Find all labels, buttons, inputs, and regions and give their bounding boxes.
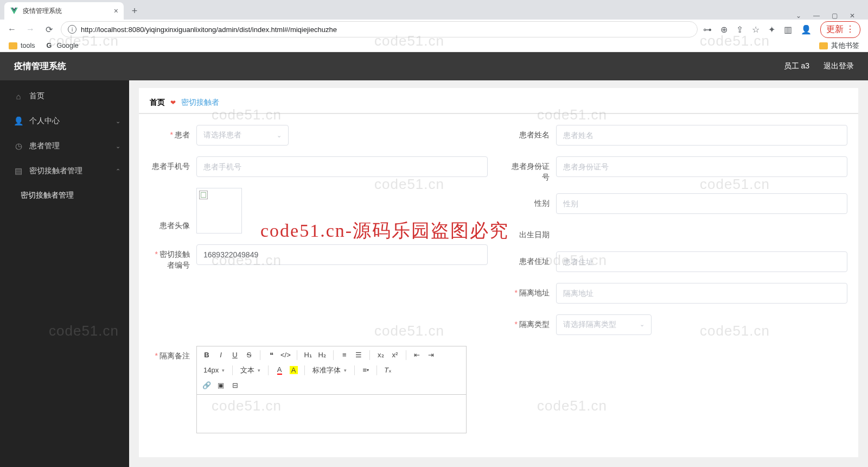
google-icon: G [44, 41, 53, 50]
label-patient-phone: 患者手机号 [150, 156, 196, 172]
sidebar-item-patient[interactable]: ◷ 患者管理 ⌄ [0, 134, 129, 159]
h2-icon[interactable]: H₂ [316, 349, 329, 362]
url-text: http://localhost:8080/yiqingxinxiguanlix… [81, 26, 337, 34]
breadcrumb: 首页 ❤ 密切接触者 [139, 88, 858, 114]
label-contact-no: *密切接触者编号 [150, 244, 196, 270]
breadcrumb-home[interactable]: 首页 [150, 98, 165, 108]
close-tab-icon[interactable]: × [114, 7, 118, 15]
input-patient-idnum[interactable] [556, 156, 847, 177]
input-gender[interactable] [556, 193, 847, 214]
home-icon: ⌂ [14, 92, 23, 100]
broken-image-icon [199, 191, 208, 199]
browser-chrome: 疫情管理系统 × + ⌄ — ▢ ✕ ← → ⟳ i http://localh… [0, 0, 868, 52]
chrome-dropdown-icon[interactable]: ⌄ [796, 12, 801, 20]
app-root: 疫情管理系统 员工 a3 退出登录 ⌂ 首页 👤 个人中心 ⌄ ◷ 患者管理 ⌄… [0, 52, 868, 467]
select-iso-type[interactable]: 请选择隔离类型⌄ [556, 314, 652, 335]
update-button[interactable]: 更新 ⋮ [820, 21, 860, 38]
input-patient-name[interactable] [556, 125, 847, 146]
superscript-icon[interactable]: x² [388, 349, 401, 362]
clock-icon: ◷ [14, 142, 23, 150]
chevron-down-icon: ⌄ [116, 118, 120, 125]
share-icon[interactable]: ⇪ [736, 24, 743, 35]
app-title: 疫情管理系统 [14, 61, 66, 72]
back-button[interactable]: ← [5, 23, 18, 36]
label-iso-note: *隔离备注 [150, 346, 196, 362]
input-contact-no[interactable] [196, 244, 488, 265]
bookmarks-bar: tools GGoogle 其他书签 [0, 39, 868, 52]
user-icon: 👤 [14, 117, 23, 125]
align-icon[interactable]: ≡▾ [359, 364, 372, 377]
indent-icon[interactable]: ⇥ [425, 349, 438, 362]
forward-button[interactable]: → [24, 23, 37, 36]
sidebar-subitem-contact[interactable]: 密切接触者管理 [0, 184, 129, 207]
bookmark-star-icon[interactable]: ☆ [752, 24, 760, 35]
input-patient-phone[interactable] [196, 156, 488, 177]
label-addr: 患者住址 [509, 251, 556, 267]
bookmark-tools[interactable]: tools [9, 42, 35, 49]
chevron-up-icon: ⌃ [116, 168, 120, 175]
text-color-icon[interactable]: A [273, 364, 286, 377]
address-bar: ← → ⟳ i http://localhost:8080/yiqingxinx… [0, 20, 868, 39]
heart-icon: ❤ [170, 99, 176, 106]
select-patient[interactable]: 请选择患者⌄ [196, 125, 289, 146]
underline-icon[interactable]: U [228, 349, 241, 362]
app-header: 疫情管理系统 员工 a3 退出登录 [0, 52, 868, 80]
extensions-icon[interactable]: ✦ [768, 24, 775, 35]
chevron-down-icon: ⌄ [640, 321, 644, 328]
font-family-select[interactable]: 标准字体▾ [309, 365, 350, 375]
chevron-down-icon: ⌄ [277, 132, 282, 139]
profile-icon[interactable]: 👤 [801, 24, 812, 35]
block-format-select[interactable]: 文本▾ [237, 365, 264, 375]
sidebar-item-home[interactable]: ⌂ 首页 [0, 84, 129, 109]
zoom-icon[interactable]: ⊕ [720, 24, 727, 35]
close-window-icon[interactable]: ✕ [850, 12, 855, 20]
folder-icon [9, 42, 17, 49]
label-gender: 性别 [509, 193, 556, 209]
url-input[interactable]: i http://localhost:8080/yiqingxinxiguanl… [61, 21, 698, 37]
bookmark-other[interactable]: 其他书签 [819, 41, 859, 51]
editor-body[interactable] [197, 395, 466, 433]
strike-icon[interactable]: S [242, 349, 256, 362]
label-patient-avatar: 患者头像 [150, 188, 196, 231]
bg-color-icon[interactable]: A [287, 364, 300, 377]
avatar-upload[interactable] [196, 188, 242, 234]
bookmark-google[interactable]: GGoogle [44, 41, 78, 50]
key-icon[interactable]: ⊶ [703, 24, 712, 35]
subscript-icon[interactable]: x₂ [374, 349, 387, 362]
tab-bar: 疫情管理系统 × + ⌄ — ▢ ✕ [0, 0, 868, 20]
h1-icon[interactable]: H₁ [302, 349, 315, 362]
reload-button[interactable]: ⟳ [42, 23, 55, 36]
logout-button[interactable]: 退出登录 [824, 61, 854, 71]
rich-text-editor: B I U S ❝ </> H₁ H [196, 346, 467, 433]
vue-favicon-icon [10, 7, 18, 15]
ordered-list-icon[interactable]: ≡ [338, 349, 351, 362]
side-panel-icon[interactable]: ▥ [784, 24, 792, 35]
outdent-icon[interactable]: ⇤ [411, 349, 424, 362]
chevron-down-icon: ⌄ [116, 143, 120, 150]
editor-toolbar: B I U S ❝ </> H₁ H [197, 346, 466, 395]
new-tab-button[interactable]: + [127, 3, 142, 18]
label-patient-idnum: 患者身份证号 [509, 156, 556, 182]
minimize-window-icon[interactable]: — [813, 12, 820, 20]
font-size-select[interactable]: 14px▾ [200, 366, 228, 374]
bold-icon[interactable]: B [200, 349, 213, 362]
clear-format-icon[interactable]: Tₓ [381, 364, 394, 377]
sidebar-item-personal[interactable]: 👤 个人中心 ⌄ [0, 109, 129, 134]
input-addr[interactable] [556, 251, 847, 272]
code-icon[interactable]: </> [279, 349, 292, 362]
browser-tab[interactable]: 疫情管理系统 × [4, 2, 124, 20]
link-icon[interactable]: 🔗 [200, 379, 213, 392]
site-info-icon[interactable]: i [68, 25, 76, 34]
unordered-list-icon[interactable]: ☰ [352, 349, 365, 362]
form-panel: 首页 ❤ 密切接触者 *患者 请选择患者⌄ 患者手机 [139, 88, 858, 457]
sidebar-item-contact[interactable]: ▤ 密切接触者管理 ⌃ [0, 159, 129, 184]
maximize-window-icon[interactable]: ▢ [832, 12, 838, 20]
video-icon[interactable]: ⊟ [228, 379, 241, 392]
italic-icon[interactable]: I [214, 349, 227, 362]
main-content: 首页 ❤ 密切接触者 *患者 请选择患者⌄ 患者手机 [129, 80, 868, 467]
user-label[interactable]: 员工 a3 [784, 61, 809, 71]
quote-icon[interactable]: ❝ [265, 349, 278, 362]
input-iso-addr[interactable] [556, 283, 847, 304]
image-icon[interactable]: ▣ [214, 379, 227, 392]
tab-title: 疫情管理系统 [23, 7, 62, 16]
